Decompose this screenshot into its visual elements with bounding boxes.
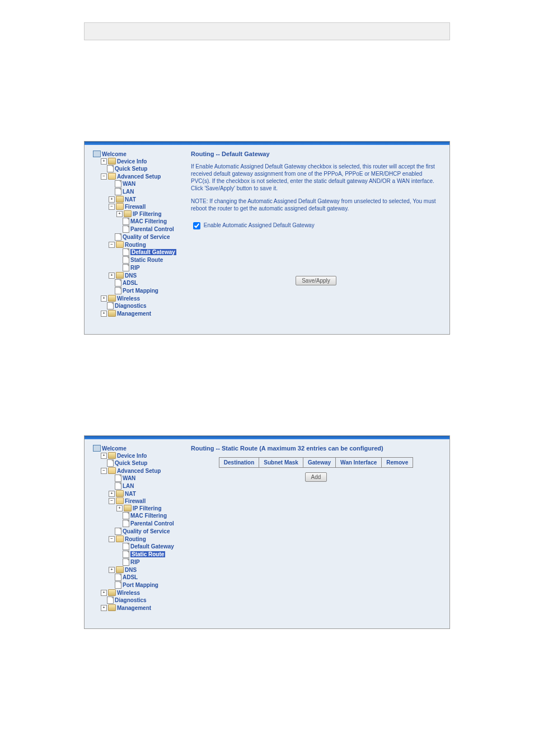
- collapse-icon[interactable]: −: [109, 242, 115, 248]
- nav-wan[interactable]: WAN: [123, 181, 135, 187]
- page-icon: [107, 597, 114, 604]
- col-remove: Remove: [382, 458, 413, 468]
- folder-icon: [108, 452, 116, 459]
- page-icon: [115, 574, 121, 581]
- nav-firewall[interactable]: Firewall: [125, 204, 146, 210]
- nav-nat[interactable]: NAT: [125, 491, 136, 497]
- nav-default-gateway[interactable]: Default Gateway: [130, 543, 174, 550]
- nav-mac-filtering[interactable]: MAC Filtering: [130, 513, 167, 519]
- expand-icon[interactable]: +: [116, 211, 123, 217]
- save-apply-button[interactable]: Save/Apply: [296, 276, 336, 285]
- nav-quick-setup[interactable]: Quick Setup: [115, 460, 147, 466]
- nav-mac-filtering[interactable]: MAC Filtering: [130, 218, 167, 224]
- nav-default-gateway[interactable]: Default Gateway: [130, 249, 176, 255]
- collapse-icon[interactable]: −: [109, 536, 115, 542]
- nav-parental-control[interactable]: Parental Control: [130, 226, 174, 232]
- expand-icon[interactable]: +: [109, 273, 115, 279]
- folder-icon: [116, 566, 124, 573]
- nav-quick-setup[interactable]: Quick Setup: [115, 166, 147, 172]
- page-icon: [115, 482, 121, 490]
- expand-icon[interactable]: +: [101, 590, 107, 596]
- nav-wireless[interactable]: Wireless: [117, 590, 140, 596]
- nav-welcome[interactable]: Welcome: [102, 151, 127, 157]
- nav-management[interactable]: Management: [117, 605, 151, 611]
- page-icon: [123, 264, 129, 271]
- screenshot-default-gateway: Welcome +Device Info Quick Setup −Advanc…: [84, 141, 450, 335]
- panel-description-1: If Enable Automatic Assigned Default Gat…: [191, 163, 441, 192]
- page-icon: [123, 543, 129, 550]
- collapse-icon[interactable]: −: [109, 498, 115, 504]
- nav-adsl[interactable]: ADSL: [123, 280, 138, 286]
- page-icon: [115, 581, 121, 589]
- nav-qos[interactable]: Quality of Service: [123, 528, 170, 534]
- expand-icon[interactable]: +: [101, 453, 107, 459]
- expand-icon[interactable]: +: [116, 505, 123, 511]
- nav-port-mapping[interactable]: Port Mapping: [123, 288, 158, 294]
- nav-welcome[interactable]: Welcome: [102, 445, 127, 452]
- nav-routing[interactable]: Routing: [125, 242, 146, 248]
- expand-icon[interactable]: +: [101, 295, 107, 302]
- nav-advanced-setup[interactable]: Advanced Setup: [117, 173, 161, 180]
- folder-icon: [116, 203, 124, 210]
- enable-auto-gateway-checkbox[interactable]: [193, 222, 200, 229]
- nav-wireless[interactable]: Wireless: [117, 295, 140, 302]
- root-icon: [93, 445, 101, 452]
- nav-wan[interactable]: WAN: [123, 475, 135, 481]
- folder-icon: [124, 505, 132, 511]
- nav-rip[interactable]: RIP: [130, 265, 140, 271]
- page-icon: [107, 165, 114, 172]
- nav-qos[interactable]: Quality of Service: [123, 234, 170, 240]
- page-icon: [107, 459, 114, 467]
- collapse-icon[interactable]: −: [101, 468, 107, 474]
- expand-icon[interactable]: +: [109, 491, 115, 497]
- folder-icon: [116, 196, 124, 203]
- page-icon: [115, 180, 121, 187]
- nav-static-route[interactable]: Static Route: [130, 551, 165, 557]
- nav-device-info[interactable]: Device Info: [117, 453, 147, 459]
- nav-diagnostics[interactable]: Diagnostics: [115, 597, 147, 603]
- folder-icon: [116, 536, 124, 542]
- nav-static-route[interactable]: Static Route: [130, 257, 163, 263]
- nav-parental-control[interactable]: Parental Control: [130, 520, 174, 527]
- expand-icon[interactable]: +: [101, 605, 107, 611]
- expand-icon[interactable]: +: [109, 567, 115, 573]
- expand-icon[interactable]: +: [101, 311, 107, 317]
- page-icon: [115, 287, 121, 294]
- nav-ip-filtering[interactable]: IP Filtering: [133, 505, 162, 511]
- nav-device-info[interactable]: Device Info: [117, 158, 147, 165]
- nav-port-mapping[interactable]: Port Mapping: [123, 582, 158, 588]
- page-icon: [115, 233, 121, 241]
- checkbox-label: Enable Automatic Assigned Default Gatewa…: [204, 222, 315, 228]
- nav-management[interactable]: Management: [117, 311, 151, 317]
- screenshot-static-route: Welcome +Device Info Quick Setup −Advanc…: [84, 435, 450, 629]
- col-subnet-mask: Subnet Mask: [259, 458, 303, 468]
- panel-title: Routing -- Default Gateway: [191, 151, 441, 157]
- collapse-icon[interactable]: −: [109, 204, 115, 210]
- nav-firewall[interactable]: Firewall: [125, 498, 146, 504]
- nav-dns[interactable]: DNS: [125, 567, 137, 573]
- nav-ip-filtering[interactable]: IP Filtering: [133, 211, 162, 217]
- page-icon: [115, 528, 121, 535]
- folder-icon: [124, 210, 132, 217]
- page-icon: [107, 302, 114, 309]
- collapse-icon[interactable]: −: [101, 173, 107, 180]
- add-button[interactable]: Add: [305, 472, 327, 482]
- main-content-panel: Routing -- Static Route (A maximum 32 en…: [180, 445, 441, 612]
- nav-dns[interactable]: DNS: [125, 273, 137, 279]
- nav-adsl[interactable]: ADSL: [123, 574, 138, 580]
- folder-icon: [116, 497, 124, 504]
- page-icon: [115, 279, 121, 287]
- nav-routing[interactable]: Routing: [125, 536, 146, 542]
- nav-lan[interactable]: LAN: [123, 189, 134, 195]
- page-icon: [115, 188, 121, 195]
- folder-icon: [108, 310, 116, 317]
- nav-nat[interactable]: NAT: [125, 196, 136, 203]
- nav-diagnostics[interactable]: Diagnostics: [115, 303, 147, 309]
- page-icon: [123, 551, 129, 558]
- static-route-table: Destination Subnet Mask Gateway Wan Inte…: [219, 457, 413, 468]
- nav-lan[interactable]: LAN: [123, 483, 134, 489]
- nav-rip[interactable]: RIP: [130, 559, 140, 565]
- expand-icon[interactable]: +: [109, 196, 115, 203]
- nav-advanced-setup[interactable]: Advanced Setup: [117, 468, 161, 474]
- expand-icon[interactable]: +: [101, 158, 107, 165]
